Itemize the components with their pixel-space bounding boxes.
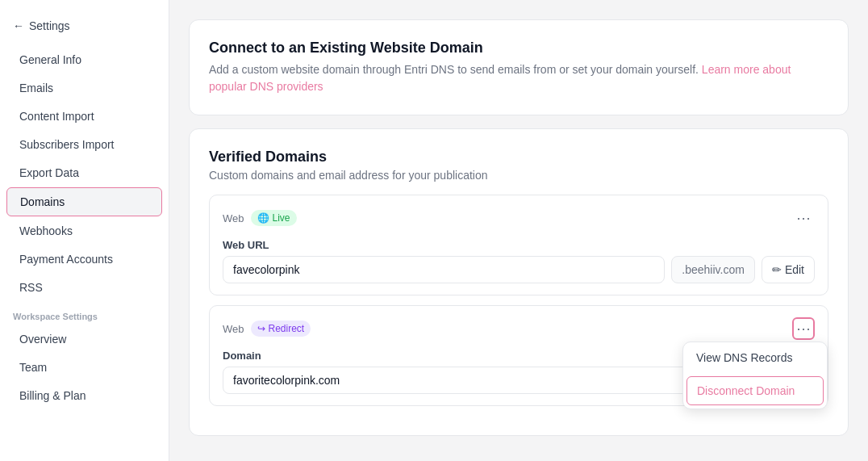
connect-card: Connect to an Existing Website Domain Ad… <box>189 19 849 115</box>
verified-domains-card: Verified Domains Custom domains and emai… <box>189 128 849 436</box>
redirect-icon: ↪ <box>257 323 265 334</box>
domain-dropdown-menu: View DNS Records Disconnect Domain <box>682 342 828 409</box>
domain-row-redirect-header: Web ↪ Redirect ⋯ <box>223 317 815 340</box>
sidebar-item-overview[interactable]: Overview <box>6 325 162 353</box>
domain-row-live: Web 🌐 Live ⋯ Web URL .beehiiv.com ✏ Edit <box>209 195 828 295</box>
workspace-nav: OverviewTeamBilling & Plan <box>0 325 169 410</box>
sidebar-item-team[interactable]: Team <box>6 354 162 381</box>
main-content: Connect to an Existing Website Domain Ad… <box>169 0 868 461</box>
sidebar-nav: General InfoEmailsContent ImportSubscrib… <box>0 45 169 302</box>
disconnect-domain-item[interactable]: Disconnect Domain <box>686 376 824 405</box>
edit-pencil-icon: ✏ <box>772 263 782 276</box>
domain-live-menu-button[interactable]: ⋯ <box>792 207 815 229</box>
back-arrow-icon: ← <box>13 19 24 32</box>
sidebar-item-general-info[interactable]: General Info <box>6 46 162 73</box>
view-dns-records-item[interactable]: View DNS Records <box>683 342 827 373</box>
sidebar-item-subscribers-import[interactable]: Subscribers Import <box>6 131 162 158</box>
domain-row-redirect: Web ↪ Redirect ⋯ Domain View DNS Records… <box>209 305 828 406</box>
sidebar-item-content-import[interactable]: Content Import <box>6 103 162 130</box>
sidebar-item-billing[interactable]: Billing & Plan <box>6 382 162 409</box>
verified-title: Verified Domains <box>209 149 828 166</box>
badge-web-live: Web <box>223 212 244 224</box>
sidebar-item-export-data[interactable]: Export Data <box>6 159 162 186</box>
sidebar-item-payment-accounts[interactable]: Payment Accounts <box>6 245 162 273</box>
connect-card-title: Connect to an Existing Website Domain <box>209 40 828 57</box>
globe-icon: 🌐 <box>257 212 269 224</box>
connect-card-desc-text: Add a custom website domain through Entr… <box>209 63 699 76</box>
web-url-suffix: .beehiiv.com <box>671 256 755 283</box>
connect-card-desc: Add a custom website domain through Entr… <box>209 61 828 95</box>
back-button[interactable]: ← Settings <box>0 13 169 45</box>
sidebar-item-emails[interactable]: Emails <box>6 74 162 102</box>
badge-live: 🌐 Live <box>251 210 297 226</box>
verified-desc: Custom domains and email address for you… <box>209 169 828 182</box>
domain-row-live-header: Web 🌐 Live ⋯ <box>223 207 815 229</box>
badge-redirect: ↪ Redirect <box>251 321 311 337</box>
edit-button[interactable]: ✏ Edit <box>762 256 815 283</box>
web-url-input[interactable] <box>223 256 665 283</box>
sidebar-item-domains[interactable]: Domains <box>6 187 162 216</box>
badge-web-redirect: Web <box>223 323 244 335</box>
web-url-label: Web URL <box>223 239 815 251</box>
back-label: Settings <box>29 19 70 32</box>
sidebar: ← Settings General InfoEmailsContent Imp… <box>0 0 169 461</box>
domain-redirect-badges: Web ↪ Redirect <box>223 321 311 337</box>
workspace-section-label: Workspace Settings <box>0 302 169 325</box>
domain-redirect-menu-button[interactable]: ⋯ <box>792 317 815 340</box>
sidebar-item-webhooks[interactable]: Webhooks <box>6 217 162 245</box>
sidebar-item-rss[interactable]: RSS <box>6 274 162 301</box>
web-url-field-row: .beehiiv.com ✏ Edit <box>223 256 815 283</box>
domain-live-badges: Web 🌐 Live <box>223 210 297 226</box>
edit-label: Edit <box>785 263 804 276</box>
